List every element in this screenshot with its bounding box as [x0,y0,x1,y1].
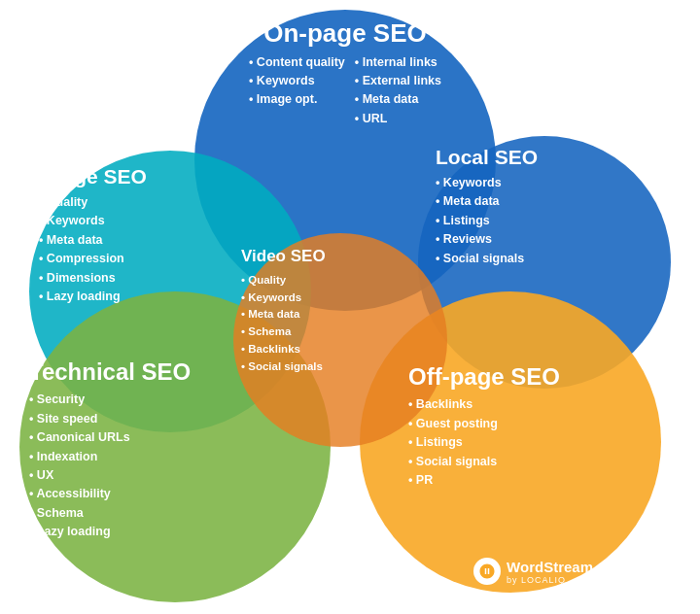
wordstream-icon [473,558,501,585]
wordstream-text: WordStream by LOCALIQ [507,559,593,585]
wordstream-name: WordStream [507,559,593,575]
diagram-container: On-page SEO Content quality Keywords Ima… [0,0,700,614]
wordstream-sub: by LOCALIQ [507,575,593,585]
circle-video [233,233,447,447]
wordstream-branding: WordStream by LOCALIQ [473,558,593,585]
wordstream-logo-svg [478,563,496,580]
